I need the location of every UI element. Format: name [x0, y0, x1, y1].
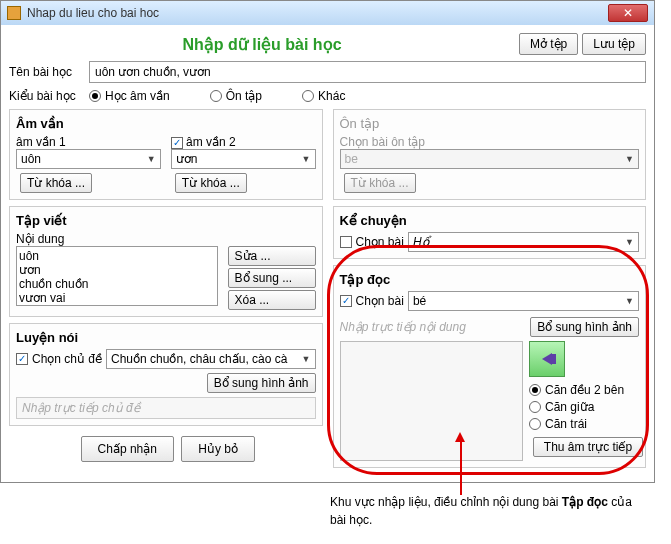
list-item[interactable]: vươn vai [19, 291, 215, 305]
on-tap-title: Ôn tập [340, 116, 640, 131]
chevron-down-icon: ▼ [625, 154, 634, 164]
app-window: Nhap du lieu cho bai hoc ✕ Nhập dữ liệu … [0, 0, 655, 483]
am-van-group: Âm vần âm vần 1 uôn▼ Từ khóa ... âm vần … [9, 109, 323, 200]
tap-doc-textarea[interactable] [340, 341, 524, 461]
speaker-icon[interactable] [529, 341, 565, 377]
tap-doc-select[interactable]: bé▼ [408, 291, 639, 311]
chu-de-select[interactable]: Chuồn chuồn, châu chấu, cào cà▼ [106, 349, 315, 369]
add-button[interactable]: Bổ sung ... [228, 268, 316, 288]
chevron-down-icon: ▼ [625, 237, 634, 247]
accept-button[interactable]: Chấp nhận [81, 436, 174, 462]
add-image-button[interactable]: Bổ sung hình ảnh [207, 373, 316, 393]
save-file-button[interactable]: Lưu tệp [582, 33, 646, 55]
radio-khac[interactable] [302, 90, 314, 102]
am-van1-select[interactable]: uôn▼ [16, 149, 161, 169]
add-image-tapdoc-button[interactable]: Bổ sung hình ảnh [530, 317, 639, 337]
align-both-radio[interactable] [529, 384, 541, 396]
lesson-name-input[interactable]: uôn ươn chuồn, vươn [89, 61, 646, 83]
radio-on-tap[interactable] [210, 90, 222, 102]
app-icon [7, 6, 21, 20]
keyword-ontap-button: Từ khóa ... [344, 173, 416, 193]
radio-hoc-am-van[interactable] [89, 90, 101, 102]
list-item[interactable]: chuồn chuồn [19, 277, 215, 291]
record-button[interactable]: Thu âm trực tiếp [533, 437, 643, 457]
lesson-type-label: Kiểu bài học [9, 89, 89, 103]
cancel-button[interactable]: Hủy bỏ [181, 436, 255, 462]
page-title: Nhập dữ liệu bài học [9, 35, 515, 54]
lesson-name-label: Tên bài học [9, 65, 89, 79]
luyen-noi-title: Luyện nói [16, 330, 316, 345]
ke-chuyen-select[interactable]: Hổ▼ [408, 232, 639, 252]
close-button[interactable]: ✕ [608, 4, 648, 22]
open-file-button[interactable]: Mở tệp [519, 33, 578, 55]
annotation-arrow-head [455, 432, 465, 442]
chevron-down-icon: ▼ [625, 296, 634, 306]
am-van2-select[interactable]: ươn▼ [171, 149, 316, 169]
on-tap-group: Ôn tập Chọn bài ôn tập be▼ Từ khóa ... [333, 109, 647, 200]
titlebar: Nhap du lieu cho bai hoc ✕ [1, 1, 654, 25]
tap-doc-checkbox[interactable] [340, 295, 352, 307]
on-tap-select: be▼ [340, 149, 640, 169]
tap-viet-title: Tập viết [16, 213, 316, 228]
chevron-down-icon: ▼ [302, 154, 311, 164]
annotation-arrow-line [460, 440, 462, 495]
align-center-radio[interactable] [529, 401, 541, 413]
ke-chuyen-title: Kể chuyện [340, 213, 640, 228]
annotation-text: Khu vực nhập liệu, điều chỉnh nội dung b… [330, 493, 650, 529]
ke-chuyen-group: Kể chuyện Chọn bài Hổ▼ [333, 206, 647, 259]
ke-chuyen-checkbox[interactable] [340, 236, 352, 248]
chevron-down-icon: ▼ [147, 154, 156, 164]
am-van2-checkbox[interactable] [171, 137, 183, 149]
align-left-radio[interactable] [529, 418, 541, 430]
tap-viet-group: Tập viết Nội dung uôn ươn chuồn chuồn vư… [9, 206, 323, 317]
list-item[interactable]: uôn [19, 249, 215, 263]
am-van-title: Âm vần [16, 116, 316, 131]
delete-button[interactable]: Xóa ... [228, 290, 316, 310]
list-item[interactable]: ươn [19, 263, 215, 277]
keyword2-button[interactable]: Từ khóa ... [175, 173, 247, 193]
edit-button[interactable]: Sửa ... [228, 246, 316, 266]
tap-doc-title: Tập đọc [340, 272, 640, 287]
luyen-noi-group: Luyện nói Chọn chủ đề Chuồn chuồn, châu … [9, 323, 323, 426]
window-title: Nhap du lieu cho bai hoc [27, 6, 608, 20]
tap-viet-list[interactable]: uôn ươn chuồn chuồn vươn vai [16, 246, 218, 306]
chevron-down-icon: ▼ [302, 354, 311, 364]
tap-doc-group: Tập đọc Chọn bài bé▼ Nhập trực tiếp nội … [333, 265, 647, 468]
chu-de-input[interactable]: Nhập trực tiếp chủ đề [16, 397, 316, 419]
keyword1-button[interactable]: Từ khóa ... [20, 173, 92, 193]
chon-chu-de-checkbox[interactable] [16, 353, 28, 365]
